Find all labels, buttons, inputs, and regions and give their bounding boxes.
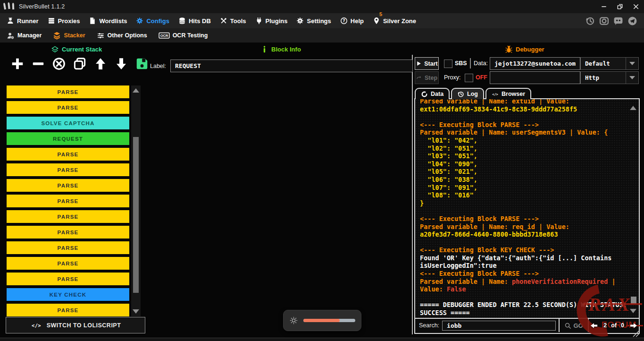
menu-item-wordlists[interactable]: Wordlists xyxy=(89,17,127,25)
panel-splitter[interactable] xyxy=(412,55,413,334)
block-info-header: Block Info xyxy=(260,45,301,53)
menu-item-settings[interactable]: Settings xyxy=(296,17,331,25)
play-icon xyxy=(416,60,422,67)
search-go-button[interactable]: GO xyxy=(559,319,589,332)
menu-item-tools[interactable]: Tools xyxy=(220,17,246,25)
maximize-icon xyxy=(616,3,624,10)
svg-text:</>: </> xyxy=(492,93,498,96)
log-line: <--- Executing Block PARSE ---> xyxy=(420,270,627,278)
silver-zone-badge: 5 xyxy=(379,11,382,17)
block-label-input[interactable] xyxy=(170,60,413,72)
menu-item-hitsdb[interactable]: Hits DB xyxy=(178,17,211,25)
svg-text:OCR: OCR xyxy=(160,34,168,38)
menu-item-configs[interactable]: Configs xyxy=(136,17,169,25)
proxy-input[interactable] xyxy=(490,71,580,84)
brightness-panel xyxy=(283,310,361,331)
tab-data[interactable]: Data xyxy=(415,88,450,99)
move-down-icon xyxy=(114,57,128,71)
save-icon xyxy=(135,57,149,71)
menu-item-proxies[interactable]: Proxies xyxy=(48,17,80,25)
sbs-checkbox[interactable] xyxy=(444,60,452,68)
tab-log[interactable]: Log xyxy=(451,88,484,99)
tab-other-options[interactable]: Other Options xyxy=(97,32,147,40)
data-input[interactable] xyxy=(490,57,580,70)
switch-to-loliscript-button[interactable]: </> SWITCH TO LOLISCRIPT xyxy=(6,317,145,333)
log-search-input[interactable] xyxy=(442,321,556,331)
stack-scroll-down[interactable] xyxy=(133,309,139,314)
clear-stack-button[interactable] xyxy=(51,56,67,71)
discord-button[interactable] xyxy=(613,16,623,26)
stack-scroll-up[interactable] xyxy=(133,88,139,93)
stack-scrollbar[interactable] xyxy=(131,85,141,316)
log-match-nav: 2 of 0 xyxy=(589,322,639,330)
history-button[interactable] xyxy=(585,16,595,26)
start-button[interactable]: Start xyxy=(415,57,439,70)
tab-manager[interactable]: Manager xyxy=(7,32,42,40)
remove-block-button[interactable] xyxy=(30,56,46,71)
stack-block[interactable]: PARSE xyxy=(7,304,129,316)
stack-block[interactable]: PARSE xyxy=(7,85,129,98)
move-up-icon xyxy=(93,57,108,71)
stack-block[interactable]: KEY CHECK xyxy=(7,288,129,301)
config-subnav: Manager Stacker Other Options OCROCR Tes… xyxy=(0,28,644,43)
log-scroll-thumb[interactable] xyxy=(631,297,636,304)
stack-block[interactable]: PARSE xyxy=(7,226,129,239)
menu-item-plugins[interactable]: Plugins xyxy=(255,17,288,25)
stack-scroll-thumb[interactable] xyxy=(133,137,139,293)
clone-block-button[interactable] xyxy=(72,56,87,71)
move-down-button[interactable] xyxy=(113,56,129,71)
log-line: "l06": "038", xyxy=(420,176,627,184)
stack-block[interactable]: PARSE xyxy=(7,148,129,161)
stacker-icon xyxy=(53,32,61,40)
brightness-fill xyxy=(303,319,340,322)
stack-block[interactable]: SOLVE CAPTCHA xyxy=(7,117,129,129)
match-current: 2 xyxy=(603,322,607,329)
prev-match-button[interactable] xyxy=(589,322,599,330)
log-scroll-up[interactable] xyxy=(630,106,636,110)
move-up-button[interactable] xyxy=(92,56,108,71)
proxy-checkbox[interactable] xyxy=(465,74,473,82)
tab-browser[interactable]: </>Browser xyxy=(485,88,531,99)
wordlist-type-select[interactable]: Default xyxy=(580,57,639,70)
stack-block[interactable]: PARSE xyxy=(7,163,129,176)
debugger-header: Debugger xyxy=(505,45,544,53)
runner-icon xyxy=(7,17,14,25)
minimize-button[interactable] xyxy=(596,0,612,13)
stack-block[interactable]: REQUEST xyxy=(7,132,129,145)
tab-stacker[interactable]: Stacker xyxy=(53,32,85,40)
add-block-button[interactable] xyxy=(9,56,25,71)
log-line: <--- Executing Block KEY CHECK ---> xyxy=(420,246,627,254)
screenshot-button[interactable] xyxy=(599,16,609,26)
tab-ocr-testing[interactable]: OCROCR Testing xyxy=(159,32,208,39)
stack-block[interactable]: PARSE xyxy=(7,241,129,254)
stack-block[interactable]: PARSE xyxy=(7,210,129,223)
step-button[interactable]: Step xyxy=(415,71,439,84)
save-config-button[interactable] xyxy=(134,56,150,71)
stack-block[interactable]: PARSE xyxy=(7,257,129,270)
menu-item-runner[interactable]: Runner xyxy=(7,17,39,25)
window-controls xyxy=(596,0,644,13)
brightness-slider[interactable] xyxy=(303,319,355,322)
ocr-icon: OCR xyxy=(159,32,170,39)
next-match-button[interactable] xyxy=(628,322,639,330)
log-line: "l04": "090", xyxy=(420,160,627,168)
menu-item-help[interactable]: ?Help xyxy=(340,17,364,25)
close-button[interactable] xyxy=(628,0,644,13)
label-caption: Label: xyxy=(150,63,166,69)
controls-divider xyxy=(470,58,471,68)
maximize-button[interactable] xyxy=(612,0,628,13)
menu-item-silver-zone[interactable]: 5Silver Zone xyxy=(373,17,416,25)
proxy-caption: Proxy: xyxy=(444,74,460,81)
stack-block[interactable]: PARSE xyxy=(7,195,129,207)
wordlists-icon xyxy=(89,17,96,25)
stack-block[interactable]: PARSE xyxy=(7,101,129,114)
stack-block[interactable]: PARSE xyxy=(7,179,129,192)
telegram-button[interactable] xyxy=(627,16,637,26)
hitsdb-icon xyxy=(178,17,186,25)
resize-grip[interactable] xyxy=(631,329,640,337)
brightness-icon xyxy=(289,316,298,325)
stack-block[interactable]: PARSE xyxy=(7,273,129,285)
proxy-type-select[interactable]: Http xyxy=(580,71,639,84)
log-scroll-down[interactable] xyxy=(630,309,636,313)
window-title: SilverBullet 1.1.2 xyxy=(19,3,65,10)
